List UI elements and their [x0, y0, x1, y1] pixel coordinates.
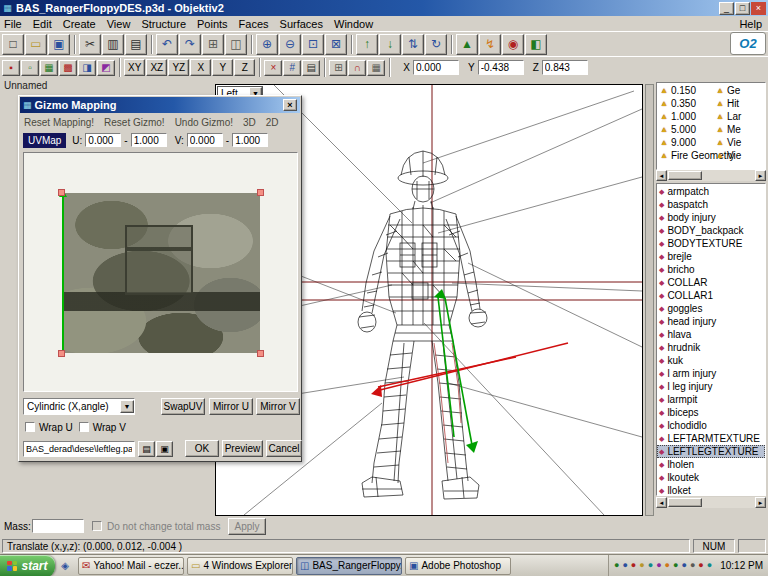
lod-item[interactable]: ▲Hit: [716, 97, 741, 110]
wrap-v-checkbox[interactable]: [79, 422, 89, 432]
scroll-right-icon[interactable]: ►: [755, 170, 766, 181]
quicklaunch-icon[interactable]: ◈: [55, 560, 75, 571]
zoom-all-button[interactable]: ⊠: [325, 34, 347, 55]
list-item[interactable]: ◆lholen: [657, 458, 765, 471]
mirror-u-button[interactable]: Mirror U: [209, 398, 253, 415]
v-from-input[interactable]: [187, 133, 223, 147]
minimize-button[interactable]: _: [719, 2, 734, 15]
list-item-selected[interactable]: ◆LEFTLEGTEXTURE: [657, 445, 765, 458]
wrap-u-checkbox[interactable]: [25, 422, 35, 432]
window-layout-button[interactable]: ◫: [225, 34, 247, 55]
toggle-points-button[interactable]: ▪: [2, 60, 20, 76]
swap-view-button[interactable]: ⇅: [402, 34, 424, 55]
plane-xz-button[interactable]: XZ: [146, 59, 167, 76]
start-button[interactable]: start: [0, 555, 55, 576]
taskbar-task-photoshop[interactable]: ▣Adobe Photoshop: [405, 557, 511, 575]
uv-handle-bottom-left[interactable]: [58, 350, 65, 357]
tray-icon[interactable]: ●: [648, 561, 653, 570]
axis-x-button[interactable]: X: [190, 59, 211, 76]
scroll-left-icon[interactable]: ◄: [656, 170, 667, 181]
axis-y-button[interactable]: Y: [212, 59, 233, 76]
browse-texture-icon[interactable]: ▤: [138, 441, 155, 457]
selection-list[interactable]: ◆armpatch ◆baspatch ◆body injury ◆BODY_b…: [656, 183, 766, 496]
list-item[interactable]: ◆l arm injury: [657, 367, 765, 380]
menu-item-structure[interactable]: Structure: [141, 18, 186, 30]
scroll-thumb[interactable]: [668, 171, 702, 180]
mirror-v-button[interactable]: Mirror V: [256, 398, 300, 415]
plane-xy-button[interactable]: XY: [124, 59, 145, 76]
pan-down-button[interactable]: ↓: [379, 34, 401, 55]
zoom-in-button[interactable]: ⊕: [256, 34, 278, 55]
list-item[interactable]: ◆larmpit: [657, 393, 765, 406]
scroll-thumb[interactable]: [668, 498, 702, 507]
grid-toggle-button[interactable]: ▦: [367, 60, 385, 76]
scroll-right-icon[interactable]: ►: [755, 497, 766, 508]
menu-item-view[interactable]: View: [107, 18, 131, 30]
lod-item[interactable]: ▲Vie: [716, 149, 741, 162]
zoom-out-button[interactable]: ⊖: [279, 34, 301, 55]
menu-item-3d[interactable]: 3D: [243, 117, 256, 128]
cancel-button[interactable]: Cancel: [266, 440, 302, 457]
open-button[interactable]: ▭: [25, 34, 47, 55]
list-item[interactable]: ◆armpatch: [657, 185, 765, 198]
toggle-normals-button[interactable]: ◩: [97, 60, 115, 76]
lod-item[interactable]: ▲Me: [716, 123, 741, 136]
tray-icon[interactable]: ●: [631, 561, 636, 570]
scroll-left-icon[interactable]: ◄: [656, 497, 667, 508]
tray-icon[interactable]: ●: [681, 561, 686, 570]
lod-list[interactable]: ▲0.150 ▲0.350 ▲1.000 ▲5.000 ▲9.000 ▲Fire…: [656, 82, 766, 170]
rotate-view-button[interactable]: ↻: [425, 34, 447, 55]
redo-button[interactable]: ↷: [179, 34, 201, 55]
list-item[interactable]: ◆hlava: [657, 328, 765, 341]
swap-uv-button[interactable]: SwapUV: [161, 398, 205, 415]
zoom-region-button[interactable]: ⊡: [302, 34, 324, 55]
axis-z-button[interactable]: Z: [234, 59, 255, 76]
list-item[interactable]: ◆hrudnik: [657, 341, 765, 354]
coord-z-input[interactable]: [542, 60, 588, 75]
close-button[interactable]: ×: [751, 2, 766, 15]
selection-scrollbar[interactable]: ◄ ►: [656, 497, 766, 508]
texture-path-input[interactable]: [23, 441, 135, 457]
list-item[interactable]: ◆baspatch: [657, 198, 765, 211]
list-item[interactable]: ◆COLLAR: [657, 276, 765, 289]
menu-item-surfaces[interactable]: Surfaces: [280, 18, 323, 30]
apply-button[interactable]: Apply: [228, 518, 266, 535]
coord-y-input[interactable]: [478, 60, 524, 75]
list-item[interactable]: ◆bricho: [657, 263, 765, 276]
menu-item-edit[interactable]: Edit: [33, 18, 52, 30]
taskbar-task-yahoo-mail[interactable]: ✉Yahoo! Mail - eczer...: [78, 557, 184, 575]
list-item[interactable]: ◆COLLAR1: [657, 289, 765, 302]
menu-item-undo-gizmo[interactable]: Undo Gizmo!: [175, 117, 233, 128]
taskbar-task-objektiv[interactable]: ◫BAS_RangerFloppy...: [296, 557, 402, 575]
list-item[interactable]: ◆lbiceps: [657, 406, 765, 419]
list-item[interactable]: ◆l leg injury: [657, 380, 765, 393]
panel-button[interactable]: ▤: [302, 60, 320, 76]
u-from-input[interactable]: [85, 133, 121, 147]
dialog-close-icon[interactable]: ×: [283, 99, 297, 111]
menu-item-2d[interactable]: 2D: [266, 117, 279, 128]
menu-item-faces[interactable]: Faces: [239, 18, 269, 30]
menu-item-points[interactable]: Points: [197, 18, 228, 30]
preview-button[interactable]: Preview: [222, 440, 263, 457]
menu-item-reset-mapping[interactable]: Reset Mapping!: [24, 117, 94, 128]
lod-item[interactable]: ▲Ge: [716, 84, 741, 97]
list-item[interactable]: ◆head injury: [657, 315, 765, 328]
chevron-down-icon[interactable]: ▼: [120, 400, 134, 413]
mapping-mode-select[interactable]: Cylindric (X,angle) ▼: [23, 398, 135, 415]
list-item[interactable]: ◆lloket: [657, 484, 765, 496]
tray-icon[interactable]: ●: [665, 561, 670, 570]
delete-button[interactable]: ×: [264, 60, 282, 76]
snap-grid-button[interactable]: ⊞: [329, 60, 347, 76]
tray-icon[interactable]: ●: [698, 561, 703, 570]
tray-icon[interactable]: ●: [639, 561, 644, 570]
uv-handle-top-right[interactable]: [257, 189, 264, 196]
tray-icon[interactable]: ●: [614, 561, 619, 570]
dialog-title-bar[interactable]: ▦ Gizmo Mapping ×: [20, 97, 300, 113]
menu-item-file[interactable]: File: [4, 18, 22, 30]
list-item[interactable]: ◆BODY_backpack: [657, 224, 765, 237]
tray-icon[interactable]: ●: [622, 561, 627, 570]
copy-button[interactable]: ▥: [102, 34, 124, 55]
grid-view-button[interactable]: ⊞: [202, 34, 224, 55]
menu-item-create[interactable]: Create: [63, 18, 96, 30]
list-item[interactable]: ◆lkoutek: [657, 471, 765, 484]
